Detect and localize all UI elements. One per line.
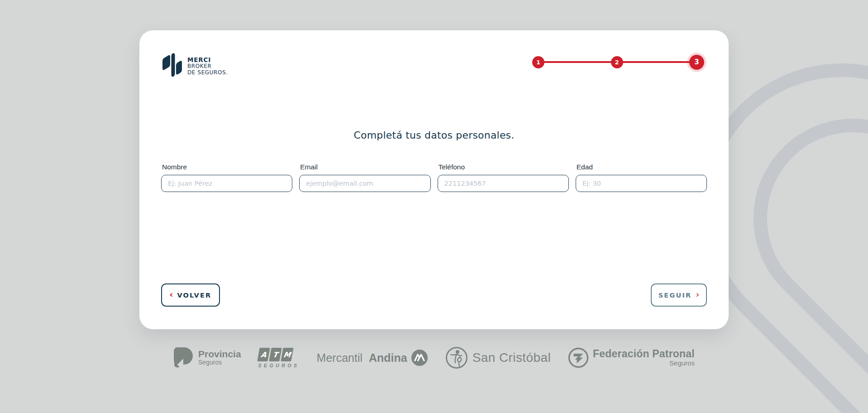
field-edad: Edad [576,163,707,192]
nombre-label: Nombre [162,163,292,171]
san-cristobal-icon [445,346,468,369]
email-label: Email [300,163,430,171]
brand-line1: MERCI [187,57,228,63]
andina-label: Andina [369,351,407,365]
partner-san-cristobal: San Cristóbal [445,346,551,369]
step-1-number: 1 [536,59,540,66]
telefono-label: Teléfono [439,163,569,171]
federacion-patronal-icon [568,347,589,368]
brand-wordmark: MERCI BROKER DE SEGUROS. [187,55,228,76]
provincia-logo-icon [173,347,194,369]
brand-logo-icon [161,52,182,78]
edad-label: Edad [577,163,707,171]
mercantil-label: Mercantil [317,351,362,365]
step-connector-2-3 [622,61,691,63]
actions-row: ‹ VOLVER SEGUIR › [161,283,707,307]
partner-logos-row: Provincia Seguros A T M SEGUROS Mercanti… [0,346,868,369]
partner-atm-seguros: A T M SEGUROS [258,348,300,368]
provincia-line1: Provincia [198,349,241,359]
step-1[interactable]: 1 [532,56,544,68]
mercantil-andina-icon [411,349,428,366]
federacion-line1: Federación Patronal [593,348,695,360]
field-nombre: Nombre [161,163,292,192]
brand-logo: MERCI BROKER DE SEGUROS. [161,52,228,78]
provincia-line2: Seguros [198,359,241,366]
step-2[interactable]: 2 [611,56,623,68]
partner-mercantil-andina: Mercantil Andina [317,349,428,366]
nombre-input[interactable] [161,175,292,192]
next-button[interactable]: SEGUIR › [651,283,707,307]
email-input[interactable] [299,175,430,192]
field-email: Email [299,163,430,192]
atm-seguros-label: SEGUROS [258,363,300,368]
telefono-input[interactable] [438,175,569,192]
step-3-number: 3 [694,58,699,66]
federacion-wordmark: Federación Patronal Seguros [593,348,695,367]
step-3-active[interactable]: 3 [689,55,704,70]
step-2-number: 2 [615,59,619,66]
form-card: MERCI BROKER DE SEGUROS. 1 2 3 Completá … [139,30,729,329]
atm-letter-a: A [257,348,270,361]
atm-logo-icon: A T M [258,348,300,361]
form-fields-row: Nombre Email Teléfono Edad [161,163,707,192]
page-title: Completá tus datos personales. [139,130,729,141]
step-connector-1-2 [544,61,612,63]
partner-federacion-patronal: Federación Patronal Seguros [568,347,695,368]
brand-line2: BROKER [187,63,228,69]
next-button-label: SEGUIR [658,292,692,299]
edad-input[interactable] [576,175,707,192]
atm-letter-t: T [269,348,281,361]
partner-provincia-seguros: Provincia Seguros [173,347,241,369]
federacion-line2: Seguros [593,360,695,367]
san-cristobal-label: San Cristóbal [472,351,551,365]
back-button-label: VOLVER [177,292,211,299]
brand-line3: DE SEGUROS. [187,70,228,76]
back-button[interactable]: ‹ VOLVER [161,283,220,307]
field-telefono: Teléfono [438,163,569,192]
atm-letter-m: M [281,348,293,361]
provincia-wordmark: Provincia Seguros [198,349,241,366]
chevron-right-icon: › [696,290,699,299]
chevron-left-icon: ‹ [170,290,173,299]
progress-stepper: 1 2 3 [532,54,704,70]
